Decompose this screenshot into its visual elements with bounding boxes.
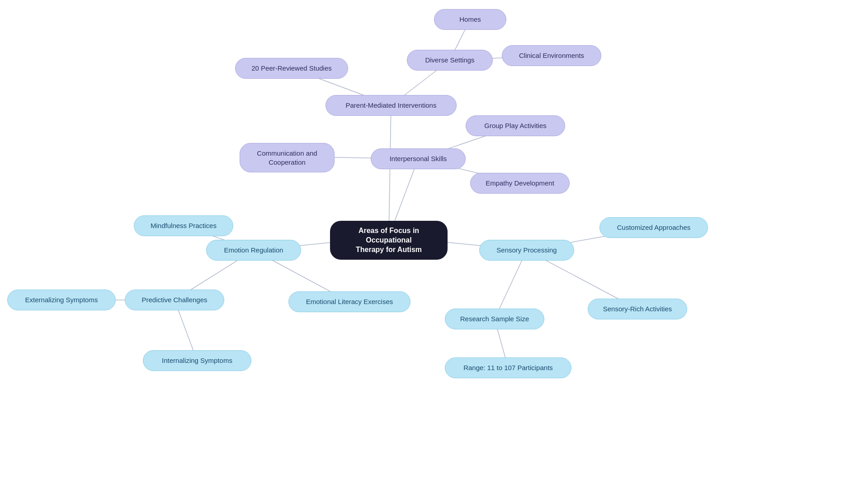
node-clinical-environments: Clinical Environments xyxy=(502,45,601,66)
node-interpersonal: Interpersonal Skills xyxy=(371,148,466,169)
node-internalizing: Internalizing Symptoms xyxy=(143,350,251,371)
node-group-play: Group Play Activities xyxy=(466,115,565,136)
node-externalizing: Externalizing Symptoms xyxy=(7,290,116,310)
node-empathy: Empathy Development xyxy=(470,173,570,194)
node-mindfulness: Mindfulness Practices xyxy=(134,215,233,236)
node-diverse-settings: Diverse Settings xyxy=(407,50,493,71)
node-range-participants: Range: 11 to 107 Participants xyxy=(445,357,571,378)
node-emotional-literacy: Emotional Literacy Exercises xyxy=(288,291,410,312)
center-node: Areas of Focus in Occupational Therapy f… xyxy=(330,221,448,260)
node-sensory-rich: Sensory-Rich Activities xyxy=(588,299,687,319)
node-parent-mediated: Parent-Mediated Interventions xyxy=(326,95,457,116)
node-sensory-processing: Sensory Processing xyxy=(479,240,574,261)
node-communication: Communication and Cooperation xyxy=(240,143,335,172)
node-customized: Customized Approaches xyxy=(599,217,708,238)
node-20-peer-reviewed: 20 Peer-Reviewed Studies xyxy=(235,58,348,79)
node-emotion-regulation: Emotion Regulation xyxy=(206,240,301,261)
mind-map-container: Areas of Focus in Occupational Therapy f… xyxy=(0,0,868,490)
node-homes: Homes xyxy=(434,9,506,30)
node-predictive-challenges: Predictive Challenges xyxy=(125,290,224,310)
svg-line-0 xyxy=(389,105,391,237)
node-research-sample: Research Sample Size xyxy=(445,309,544,329)
